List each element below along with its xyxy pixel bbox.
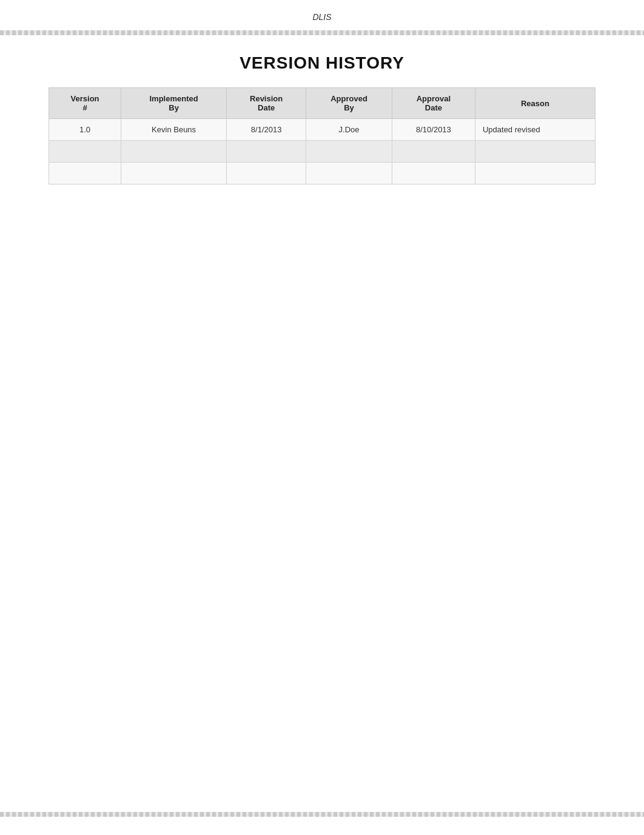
cell-reason — [475, 163, 595, 184]
cell-revision_date: 8/1/2013 — [227, 119, 306, 141]
cell-approved_by: J.Doe — [306, 119, 392, 141]
table-row — [49, 163, 595, 184]
cell-approval_date: 8/10/2013 — [392, 119, 475, 141]
col-header-version: Version# — [49, 88, 121, 119]
page-title: VERSION HISTORY — [49, 53, 595, 73]
cell-implemented_by — [121, 163, 227, 184]
col-header-revision-date: RevisionDate — [227, 88, 306, 119]
dlis-label: DLIS — [0, 12, 644, 22]
cell-version — [49, 163, 121, 184]
cell-revision_date — [227, 141, 306, 163]
col-header-approval-date: ApprovalDate — [392, 88, 475, 119]
col-header-reason: Reason — [475, 88, 595, 119]
cell-approved_by — [306, 163, 392, 184]
top-decorative-bar — [0, 30, 644, 35]
cell-reason — [475, 141, 595, 163]
table-header-row: Version# ImplementedBy RevisionDate Appr… — [49, 88, 595, 119]
table-row — [49, 141, 595, 163]
version-history-table: Version# ImplementedBy RevisionDate Appr… — [49, 87, 595, 184]
cell-approval_date — [392, 163, 475, 184]
cell-approved_by — [306, 141, 392, 163]
col-header-implemented-by: ImplementedBy — [121, 88, 227, 119]
bottom-decorative-bar — [0, 812, 644, 817]
cell-implemented_by — [121, 141, 227, 163]
cell-approval_date — [392, 141, 475, 163]
cell-revision_date — [227, 163, 306, 184]
cell-reason: Updated revised — [475, 119, 595, 141]
cell-version: 1.0 — [49, 119, 121, 141]
col-header-approved-by: ApprovedBy — [306, 88, 392, 119]
table-row: 1.0Kevin Beuns8/1/2013J.Doe8/10/2013Upda… — [49, 119, 595, 141]
cell-implemented_by: Kevin Beuns — [121, 119, 227, 141]
cell-version — [49, 141, 121, 163]
